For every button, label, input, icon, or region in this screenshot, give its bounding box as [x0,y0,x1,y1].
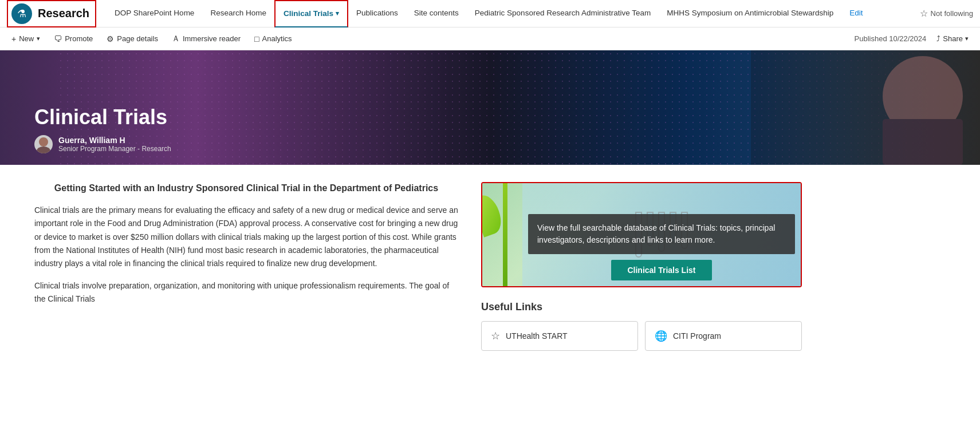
useful-link-citi[interactable]: 🌐 CITI Program [645,321,802,351]
analytics-icon: □ [254,34,259,43]
stem-body [503,183,507,286]
share-chevron-icon: ▾ [965,35,969,42]
toolbar-right: Published 10/22/2024 ⤴ Share ▾ [855,30,974,48]
published-date: Published 10/22/2024 [855,34,927,43]
share-icon: ⤴ [936,34,940,43]
new-button[interactable]: + New ▾ [6,30,46,48]
nav-research-home[interactable]: Research Home [202,0,274,27]
nav-pediatric-team[interactable]: Pediatric Sponsored Research Administrat… [467,0,659,27]
analytics-button[interactable]: □ Analytics [249,30,298,48]
trials-card-image: View the full searchable database of Cli… [482,183,801,286]
globe-icon: 🌐 [655,330,667,342]
share-button[interactable]: ⤴ Share ▾ [931,30,974,48]
useful-link-uthealth[interactable]: ☆ UTHealth START [481,321,638,351]
avatar [34,135,53,153]
trials-overlay-text: View the full searchable database of Cli… [528,214,795,254]
main-content: Getting Started with an Industry Sponsor… [0,165,980,368]
logo-area[interactable]: ⚗ Research [7,0,96,27]
stem-decoration [488,183,522,286]
svg-rect-1 [883,119,963,165]
page-title: Clinical Trials [34,105,171,129]
page-details-button[interactable]: ⚙ Page details [101,30,164,48]
logo-icon: ⚗ [11,3,32,24]
article-body-1: Clinical trials are the primary means fo… [34,204,458,270]
gear-icon: ⚙ [107,34,114,43]
nav-right: ☆ Not following [920,8,973,19]
hero-author: Guerra, William H Senior Program Manager… [34,135,171,153]
useful-links-section: Useful Links ☆ UTHealth START 🌐 CITI Pro… [481,301,802,351]
plus-icon: + [11,34,16,43]
trials-card: View the full searchable database of Cli… [481,182,802,287]
top-nav: DOP SharePoint Home Research Home Clinic… [107,0,920,27]
nav-clinical-trials[interactable]: Clinical Trials ▾ [274,0,348,27]
hero-person-image [751,50,980,165]
hero-text-area: Clinical Trials Guerra, William H Senior… [0,105,171,153]
nav-site-contents[interactable]: Site contents [406,0,467,27]
hero-banner: Clinical Trials Guerra, William H Senior… [0,50,980,165]
leaf-decoration [482,192,506,237]
useful-links-heading: Useful Links [481,301,802,313]
promote-button[interactable]: 🗨 Promote [48,30,99,48]
author-info: Guerra, William H Senior Program Manager… [58,136,171,153]
immersive-reader-button[interactable]: Ａ Immersive reader [166,30,246,48]
author-role: Senior Program Manager - Research [58,145,171,153]
article-heading: Getting Started with an Industry Sponsor… [34,182,458,195]
chevron-down-icon: ▾ [37,35,40,42]
not-following-btn[interactable]: ☆ Not following [920,8,973,19]
promote-icon: 🗨 [54,34,62,43]
nav-dop-sharepoint[interactable]: DOP SharePoint Home [107,0,202,27]
toolbar: + New ▾ 🗨 Promote ⚙ Page details Ａ Immer… [0,27,980,50]
nav-mhhs-symposium[interactable]: MHHS Symposium on Antimicrobial Stewards… [659,0,841,27]
author-name: Guerra, William H [58,136,171,145]
clinical-trials-list-button[interactable]: Clinical Trials List [611,260,711,280]
nav-edit[interactable]: Edit [841,0,871,27]
svg-point-3 [37,147,50,153]
star-icon: ☆ [920,8,928,19]
svg-point-2 [39,137,48,147]
top-bar: ⚗ Research DOP SharePoint Home Research … [0,0,980,27]
reader-icon: Ａ [172,34,180,44]
app-title: Research [38,7,89,20]
content-left: Getting Started with an Industry Sponsor… [34,182,481,351]
article-body-2: Clinical trials involve preparation, org… [34,279,458,306]
star-link-icon: ☆ [491,330,500,342]
content-right: View the full searchable database of Cli… [481,182,802,351]
useful-links-grid: ☆ UTHealth START 🌐 CITI Program [481,321,802,351]
nav-publications[interactable]: Publications [348,0,406,27]
